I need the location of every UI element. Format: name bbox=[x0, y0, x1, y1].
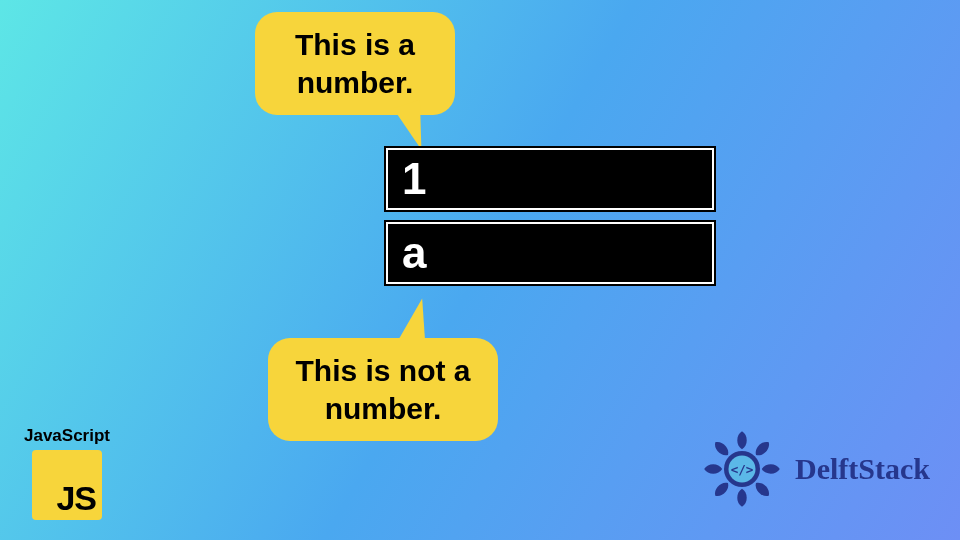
brand-name: DelftStack bbox=[795, 452, 930, 486]
speech-bubble-bottom: This is not a number. bbox=[268, 338, 498, 441]
speech-bubble-top-text: This is a number. bbox=[295, 28, 415, 99]
field-number: 1 bbox=[386, 148, 714, 210]
javascript-badge: JavaScript JS bbox=[24, 426, 110, 520]
speech-bubble-top: This is a number. bbox=[255, 12, 455, 115]
javascript-glyph: JS bbox=[56, 479, 96, 518]
javascript-label: JavaScript bbox=[24, 426, 110, 446]
javascript-icon: JS bbox=[32, 450, 102, 520]
speech-bubble-bottom-text: This is not a number. bbox=[295, 354, 470, 425]
field-number-value: 1 bbox=[402, 154, 426, 204]
field-nonnumber-value: a bbox=[402, 228, 426, 278]
brand: </> DelftStack bbox=[697, 424, 930, 514]
field-nonnumber: a bbox=[386, 222, 714, 284]
svg-text:</>: </> bbox=[731, 462, 754, 477]
brand-logo-icon: </> bbox=[697, 424, 787, 514]
